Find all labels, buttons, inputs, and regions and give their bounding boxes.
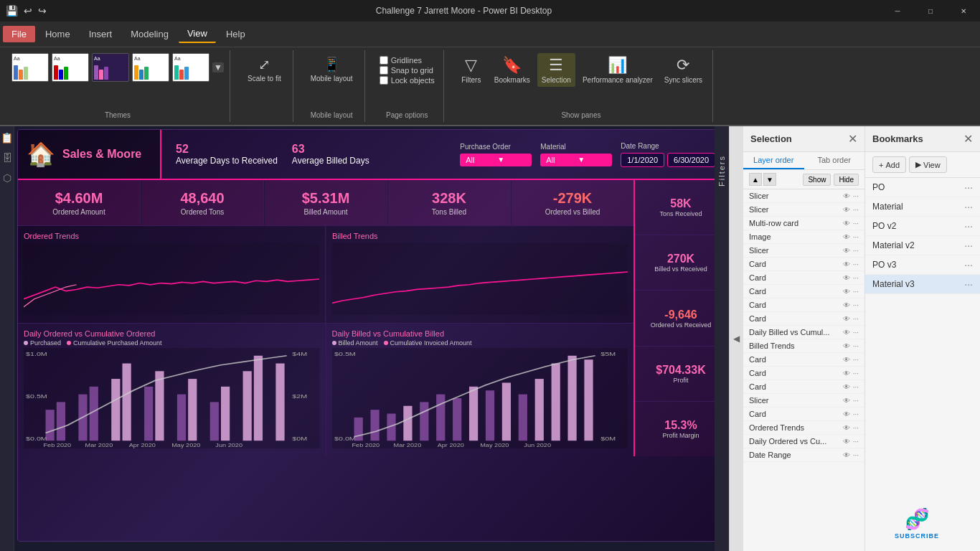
mobile-layout-button[interactable]: 📱 Mobile layout bbox=[305, 53, 359, 85]
bookmark-item[interactable]: PO v2 ··· bbox=[865, 217, 980, 236]
visibility-icon[interactable]: 👁 bbox=[843, 342, 850, 350]
more-icon[interactable]: ··· bbox=[853, 192, 859, 200]
maximize-button[interactable]: □ bbox=[914, 0, 947, 22]
undo-icon[interactable]: ↩ bbox=[24, 5, 32, 17]
theme-swatch-1[interactable]: Aa bbox=[11, 53, 49, 82]
order-down-button[interactable]: ▼ bbox=[763, 173, 776, 186]
bookmark-more[interactable]: ··· bbox=[964, 201, 973, 212]
po-dropdown[interactable]: All ▼ bbox=[460, 154, 532, 166]
visibility-icon[interactable]: 👁 bbox=[843, 397, 850, 405]
bookmarks-panel-close[interactable]: ✕ bbox=[963, 132, 973, 146]
gridlines-checkbox[interactable]: Gridlines bbox=[380, 56, 435, 65]
collapse-button[interactable]: ◀ bbox=[729, 126, 743, 551]
visibility-icon[interactable]: 👁 bbox=[843, 383, 850, 391]
add-bookmark-button[interactable]: + Add bbox=[872, 156, 906, 173]
more-icon[interactable]: ··· bbox=[853, 206, 859, 214]
performance-button[interactable]: 📊 Performance analyzer bbox=[578, 53, 657, 87]
selection-list-item[interactable]: Daily Ordered vs Cu... 👁 ··· bbox=[743, 435, 864, 448]
bookmark-item[interactable]: Material v3 ··· bbox=[865, 275, 980, 294]
visibility-icon[interactable]: 👁 bbox=[843, 247, 850, 255]
selection-list-item[interactable]: Slicer 👁 ··· bbox=[743, 203, 864, 217]
visibility-icon[interactable]: 👁 bbox=[843, 274, 850, 282]
menu-view[interactable]: View bbox=[179, 25, 216, 43]
selection-list-item[interactable]: Card 👁 ··· bbox=[743, 353, 864, 367]
date-from[interactable]: 1/1/2020 bbox=[621, 153, 664, 167]
bookmark-more[interactable]: ··· bbox=[964, 182, 973, 193]
bookmark-more[interactable]: ··· bbox=[964, 259, 973, 270]
selection-button[interactable]: ☰ Selection bbox=[537, 53, 575, 87]
themes-chevron[interactable]: ▼ bbox=[212, 62, 224, 72]
snap-checkbox[interactable]: Snap to grid bbox=[380, 66, 435, 75]
sync-slicers-button[interactable]: ⟳ Sync slicers bbox=[660, 53, 707, 87]
selection-list-item[interactable]: Card 👁 ··· bbox=[743, 285, 864, 298]
selection-list-item[interactable]: Billed Trends 👁 ··· bbox=[743, 339, 864, 353]
visibility-icon[interactable]: 👁 bbox=[843, 329, 850, 336]
selection-list-item[interactable]: Card 👁 ··· bbox=[743, 367, 864, 380]
selection-list-item[interactable]: Card 👁 ··· bbox=[743, 408, 864, 421]
show-button[interactable]: Show bbox=[803, 174, 831, 186]
view-bookmark-button[interactable]: ▶ View bbox=[909, 156, 947, 173]
visibility-icon[interactable]: 👁 bbox=[843, 288, 850, 296]
theme-swatch-2[interactable]: Aa bbox=[52, 53, 89, 82]
more-icon[interactable]: ··· bbox=[853, 233, 859, 241]
visibility-icon[interactable]: 👁 bbox=[843, 206, 850, 214]
visibility-icon[interactable]: 👁 bbox=[843, 301, 850, 309]
more-icon[interactable]: ··· bbox=[853, 274, 859, 282]
visibility-icon[interactable]: 👁 bbox=[843, 356, 850, 364]
visibility-icon[interactable]: 👁 bbox=[843, 220, 850, 227]
visibility-icon[interactable]: 👁 bbox=[843, 438, 850, 446]
bookmark-more[interactable]: ··· bbox=[964, 240, 973, 251]
visibility-icon[interactable]: 👁 bbox=[843, 369, 850, 377]
more-icon[interactable]: ··· bbox=[853, 424, 859, 432]
selection-list-item[interactable]: Slicer 👁 ··· bbox=[743, 394, 864, 408]
theme-swatch-4[interactable]: Aa bbox=[132, 53, 169, 82]
bookmark-more[interactable]: ··· bbox=[964, 220, 973, 232]
selection-list-item[interactable]: Date Range 👁 ··· bbox=[743, 448, 864, 462]
more-icon[interactable]: ··· bbox=[853, 410, 859, 418]
hide-button[interactable]: Hide bbox=[834, 174, 859, 186]
visibility-icon[interactable]: 👁 bbox=[843, 260, 850, 268]
more-icon[interactable]: ··· bbox=[853, 369, 859, 377]
more-icon[interactable]: ··· bbox=[853, 356, 859, 364]
bookmark-item[interactable]: Material ··· bbox=[865, 197, 980, 217]
scale-to-fit-button[interactable]: ⤢ Scale to fit bbox=[242, 53, 287, 85]
menu-home[interactable]: Home bbox=[37, 26, 79, 42]
material-dropdown[interactable]: All ▼ bbox=[540, 154, 612, 166]
more-icon[interactable]: ··· bbox=[853, 220, 859, 227]
menu-insert[interactable]: Insert bbox=[80, 26, 121, 42]
nav-data-icon[interactable]: 🗄 bbox=[2, 152, 12, 164]
more-icon[interactable]: ··· bbox=[853, 438, 859, 446]
menu-modeling[interactable]: Modeling bbox=[122, 26, 177, 42]
selection-list-item[interactable]: Slicer 👁 ··· bbox=[743, 244, 864, 258]
selection-list-item[interactable]: Image 👁 ··· bbox=[743, 230, 864, 244]
lock-checkbox[interactable]: Lock objects bbox=[380, 76, 435, 85]
more-icon[interactable]: ··· bbox=[853, 301, 859, 309]
visibility-icon[interactable]: 👁 bbox=[843, 451, 850, 459]
save-icon[interactable]: 💾 bbox=[6, 5, 18, 17]
bookmark-item[interactable]: PO ··· bbox=[865, 178, 980, 197]
more-icon[interactable]: ··· bbox=[853, 247, 859, 255]
nav-model-icon[interactable]: ⬡ bbox=[3, 172, 11, 184]
selection-panel-close[interactable]: ✕ bbox=[848, 132, 857, 146]
more-icon[interactable]: ··· bbox=[853, 260, 859, 268]
date-to[interactable]: 6/30/2020 bbox=[667, 153, 715, 167]
selection-list-item[interactable]: Card 👁 ··· bbox=[743, 380, 864, 394]
filters-button[interactable]: ▽ Filters bbox=[456, 53, 487, 87]
selection-list-item[interactable]: Card 👁 ··· bbox=[743, 298, 864, 312]
nav-report-icon[interactable]: 📋 bbox=[1, 132, 13, 143]
more-icon[interactable]: ··· bbox=[853, 329, 859, 336]
visibility-icon[interactable]: 👁 bbox=[843, 410, 850, 418]
bookmark-item[interactable]: PO v3 ··· bbox=[865, 255, 980, 275]
selection-list-item[interactable]: Card 👁 ··· bbox=[743, 271, 864, 285]
visibility-icon[interactable]: 👁 bbox=[843, 233, 850, 241]
close-button[interactable]: ✕ bbox=[947, 0, 980, 22]
order-up-button[interactable]: ▲ bbox=[749, 173, 762, 186]
more-icon[interactable]: ··· bbox=[853, 451, 859, 459]
bookmarks-button[interactable]: 🔖 Bookmarks bbox=[490, 53, 534, 87]
visibility-icon[interactable]: 👁 bbox=[843, 424, 850, 432]
selection-list-item[interactable]: Daily Billed vs Cumul... 👁 ··· bbox=[743, 326, 864, 339]
theme-swatch-5[interactable]: Aa bbox=[172, 53, 209, 82]
more-icon[interactable]: ··· bbox=[853, 315, 859, 323]
more-icon[interactable]: ··· bbox=[853, 383, 859, 391]
tab-layer-order[interactable]: Layer order bbox=[743, 152, 804, 169]
